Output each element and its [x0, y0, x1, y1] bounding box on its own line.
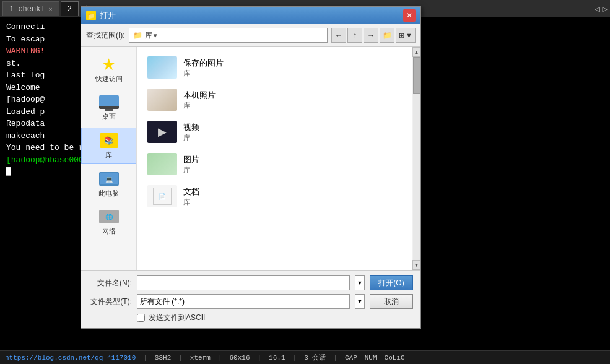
file-name-4: 文档 [183, 186, 410, 197]
file-name-1: 本机照片 [183, 90, 410, 101]
file-thumb-1 [147, 89, 177, 111]
nav-back-button[interactable]: ← [331, 28, 346, 43]
file-type-3: 库 [183, 165, 410, 175]
file-info-2: 视频 库 [183, 122, 410, 142]
ascii-checkbox[interactable] [137, 314, 145, 322]
file-name-2: 视频 [183, 122, 410, 133]
dialog-overlay: 📁 打开 ✕ 查找范围(I): 📁 库 ▼ ← ↑ → 📁 ⊞ ▼ [0, 0, 610, 364]
file-item-4[interactable]: 📄 文档 库 [142, 181, 416, 212]
computer-label: 此电脑 [98, 189, 119, 198]
filetype-label: 文件类型(T): [89, 297, 132, 307]
view-options-button[interactable]: ⊞ ▼ [396, 28, 416, 43]
library-label: 库 [105, 150, 112, 160]
network-icon: 🌐 [98, 208, 120, 225]
file-type-1: 库 [183, 101, 410, 110]
path-value: 库 [145, 30, 152, 41]
filename-input[interactable] [137, 275, 350, 290]
dialog-titlebar: 📁 打开 ✕ [81, 7, 420, 24]
sidebar-computer[interactable]: 💻 此电脑 [81, 167, 136, 202]
new-folder-button[interactable]: 📁 [380, 28, 394, 43]
nav-buttons: ← ↑ → 📁 ⊞ ▼ [331, 28, 416, 43]
nav-forward-button[interactable]: → [364, 28, 378, 43]
thumb-phone [147, 89, 177, 111]
file-name-0: 保存的图片 [183, 58, 410, 69]
file-item-0[interactable]: 保存的图片 库 [142, 52, 416, 83]
file-thumb-3 [147, 153, 177, 175]
scroll-track[interactable] [413, 57, 420, 260]
sidebar-quickaccess[interactable]: ★ 快速访问 [81, 52, 136, 87]
view-icon: ⊞ [399, 32, 404, 40]
thumb-docs: 📄 [147, 185, 177, 207]
file-thumb-2: ▶ [147, 121, 177, 143]
file-item-1[interactable]: 本机照片 库 [142, 84, 416, 115]
file-item-3[interactable]: 图片 库 [142, 149, 416, 180]
dialog-toolbar: 查找范围(I): 📁 库 ▼ ← ↑ → 📁 ⊞ ▼ [81, 24, 420, 47]
scroll-thumb[interactable] [413, 57, 420, 94]
file-thumb-0 [147, 56, 177, 79]
scroll-down-arrow[interactable]: ▼ [412, 260, 421, 270]
file-type-2: 库 [183, 133, 410, 142]
file-info-3: 图片 库 [183, 154, 410, 175]
thumb-video: ▶ [147, 121, 177, 143]
file-open-dialog: 📁 打开 ✕ 查找范围(I): 📁 库 ▼ ← ↑ → 📁 ⊞ ▼ [81, 6, 421, 329]
filetype-input[interactable] [137, 294, 350, 309]
quickaccess-label: 快速访问 [95, 74, 123, 84]
scroll-up-arrow[interactable]: ▲ [412, 47, 421, 57]
dialog-icon: 📁 [86, 11, 96, 20]
dialog-body: ★ 快速访问 桌面 📚 库 [81, 47, 420, 270]
dialog-scrollbar[interactable]: ▲ ▼ [412, 47, 420, 270]
cancel-button[interactable]: 取消 [370, 294, 413, 309]
filetype-dropdown[interactable]: ▼ [355, 294, 365, 309]
filename-dropdown[interactable]: ▼ [355, 275, 365, 290]
quickaccess-icon: ★ [98, 56, 120, 73]
file-list: 保存的图片 库 本机照片 库 [137, 47, 420, 217]
thumb-pictures [147, 153, 177, 175]
file-info-1: 本机照片 库 [183, 90, 410, 110]
file-info-0: 保存的图片 库 [183, 58, 410, 78]
file-info-4: 文档 库 [183, 186, 410, 207]
path-dropdown-arrow[interactable]: ▼ [152, 32, 162, 39]
sidebar-network[interactable]: 🌐 网络 [81, 204, 136, 240]
view-dropdown: ▼ [406, 32, 412, 39]
location-label: 查找范围(I): [86, 30, 125, 41]
file-name-3: 图片 [183, 154, 410, 165]
filename-row: 文件名(N): ▼ 打开(O) [89, 275, 413, 290]
computer-icon: 💻 [98, 170, 120, 188]
location-path[interactable]: 📁 库 ▼ [129, 28, 328, 43]
file-type-0: 库 [183, 69, 410, 78]
dialog-main-area: 保存的图片 库 本机照片 库 [137, 47, 420, 270]
dialog-close-button[interactable]: ✕ [403, 9, 416, 22]
file-type-4: 库 [183, 197, 410, 207]
sidebar-desktop[interactable]: 桌面 [81, 90, 136, 125]
path-icon: 📁 [133, 31, 142, 40]
dialog-footer: 文件名(N): ▼ 打开(O) 文件类型(T): ▼ 取消 发送文件到ASCII [81, 270, 420, 328]
network-label: 网络 [102, 227, 116, 236]
desktop-label: 桌面 [102, 112, 116, 121]
filetype-row: 文件类型(T): ▼ 取消 [89, 294, 413, 309]
dialog-title: 打开 [100, 10, 116, 21]
thumb-saved-pics [147, 56, 177, 79]
file-thumb-4: 📄 [147, 185, 177, 207]
nav-up-button[interactable]: ↑ [347, 28, 362, 43]
library-icon: 📚 [98, 132, 120, 149]
open-button[interactable]: 打开(O) [370, 275, 413, 290]
ascii-checkbox-label[interactable]: 发送文件到ASCII [149, 313, 205, 323]
ascii-checkbox-row: 发送文件到ASCII [89, 313, 413, 323]
file-item-2[interactable]: ▶ 视频 库 [142, 116, 416, 147]
dialog-sidebar: ★ 快速访问 桌面 📚 库 [81, 47, 137, 270]
desktop-icon [98, 93, 120, 111]
sidebar-library[interactable]: 📚 库 [81, 128, 136, 164]
filename-label: 文件名(N): [89, 278, 132, 288]
